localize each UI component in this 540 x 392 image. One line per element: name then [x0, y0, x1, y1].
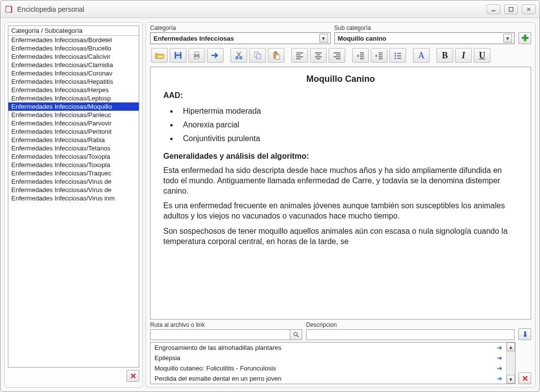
italic-button[interactable]: I — [455, 48, 472, 63]
related-item-label: Epilepsia — [154, 354, 180, 362]
tree-item[interactable]: Enfermedades Infecciosas/Herpes — [8, 86, 139, 94]
related-item[interactable]: Perdida del esmalte dental en un perro j… — [151, 373, 506, 384]
svg-rect-2 — [509, 7, 513, 11]
tree-item[interactable]: Enfermedades Infecciosas/Leptosp — [8, 94, 139, 102]
titlebar: Enciclopedia personal — [0, 0, 540, 18]
align-center-button[interactable] — [310, 48, 327, 63]
article-editor[interactable]: Moquillo Canino AAD: Hipertermia moderad… — [150, 67, 531, 319]
tree-item[interactable]: Enfermedades Infecciosas/Panleuc — [8, 111, 139, 119]
chevron-down-icon: ▼ — [319, 34, 328, 43]
description-input[interactable] — [306, 329, 514, 340]
related-item[interactable]: Moquillo cutaneo: Foliculitits - Foruncu… — [151, 363, 506, 373]
tree-item[interactable]: Enfermedades Infecciosas/Parvovir — [8, 119, 139, 127]
app-icon — [4, 5, 13, 14]
editor-toolbar: A B I U — [150, 46, 531, 65]
svg-point-9 — [236, 57, 238, 59]
tree-item[interactable]: Enfermedades Infecciosas/Rabia — [8, 136, 139, 144]
svg-rect-7 — [195, 52, 199, 54]
bullet-item: Conjuntivitis purulenta — [178, 134, 518, 143]
related-item[interactable]: Engrosamiento de las almohadillas planta… — [151, 343, 506, 353]
related-item-label: Engrosamiento de las almohadillas planta… — [154, 344, 282, 351]
arrow-right-icon[interactable]: ➔ — [497, 354, 502, 362]
add-category-button[interactable]: ✚ — [518, 32, 531, 44]
bullet-item: Anorexia parcial — [178, 121, 518, 129]
align-left-button[interactable] — [291, 48, 308, 63]
browse-button[interactable] — [290, 329, 302, 340]
related-item-label: Perdida del esmalte dental en un perro j… — [154, 375, 282, 382]
subcategory-select[interactable]: Moquillo canino ▼ — [334, 32, 515, 44]
open-button[interactable] — [151, 48, 168, 63]
description-label: Descripcion — [306, 321, 514, 328]
svg-rect-8 — [195, 57, 199, 59]
paragraph: Son sospechosos de tener moquillo aquell… — [163, 226, 518, 247]
tree-item[interactable]: Enfermedades Infecciosas/Tetanos — [8, 144, 139, 152]
outdent-button[interactable] — [352, 48, 369, 63]
maximize-button[interactable] — [504, 4, 518, 14]
indent-button[interactable] — [371, 48, 387, 63]
tree-item[interactable]: Enfermedades Infecciosas/Toxopla — [8, 161, 139, 169]
tree-item[interactable]: Enfermedades Infecciosas/Virus de — [8, 177, 139, 186]
app-window: Enciclopedia personal Categoría / Subcat… — [0, 0, 540, 392]
delete-link-button[interactable]: ✕ — [518, 372, 531, 384]
tree-item[interactable]: Enfermedades Infecciosas/Calicivir — [8, 52, 139, 61]
subcategory-value: Moquillo canino — [338, 35, 386, 42]
arrow-right-icon[interactable]: ➔ — [497, 365, 502, 372]
category-label: Categoría — [150, 24, 331, 31]
align-right-button[interactable] — [329, 48, 345, 63]
tree-item[interactable]: Enfermedades Infecciosas/Traquec — [8, 169, 139, 177]
window-title: Enciclopedia personal — [17, 5, 487, 13]
tree-item[interactable]: Enfermedades Infecciosas/Coronav — [8, 69, 139, 77]
tree-item[interactable]: Enfermedades Infecciosas/Brucello — [8, 44, 139, 52]
section-title: Generalidades y análisis del algoritmo: — [163, 152, 518, 161]
paragraph: Es una enfermedad frecuente en animales … — [163, 201, 518, 221]
tree-item[interactable]: Enfermedades Infecciosas/Peritonit — [8, 127, 139, 136]
svg-point-18 — [394, 57, 396, 59]
scrollbar[interactable]: ▲ ▼ — [506, 343, 515, 384]
path-input[interactable] — [150, 329, 290, 340]
article-title: Moquillo Canino — [163, 74, 518, 84]
bullets-button[interactable] — [389, 48, 406, 63]
print-button[interactable] — [188, 48, 205, 63]
arrow-right-icon[interactable]: ➔ — [497, 375, 502, 382]
save-button[interactable] — [170, 48, 186, 63]
bold-button[interactable]: B — [437, 48, 453, 63]
svg-point-17 — [394, 55, 396, 56]
cut-button[interactable] — [231, 48, 247, 63]
paste-button[interactable] — [268, 48, 284, 63]
path-label: Ruta al archivo o link — [150, 321, 302, 328]
client-area: Categoría / Subcategoría Enfermedades In… — [0, 18, 540, 392]
add-link-button[interactable]: ⬇ — [518, 328, 531, 340]
close-icon: ✕ — [130, 371, 136, 381]
tree-item[interactable]: Enfermedades Infecciosas/Toxopla — [8, 152, 139, 161]
delete-category-button[interactable]: ✕ — [127, 370, 139, 382]
tree-item[interactable]: Enfermedades Infecciosas/Moquillo — [8, 102, 139, 111]
underline-button[interactable]: U — [474, 48, 490, 63]
related-item[interactable]: Epilepsia➔ — [151, 353, 506, 363]
tree-item[interactable]: Enfermedades Infecciosas/Clamidia — [8, 61, 139, 69]
sidebar-panel: Categoría / Subcategoría Enfermedades In… — [4, 22, 143, 388]
arrow-down-icon: ⬇ — [522, 330, 528, 339]
tree-item[interactable]: Enfermedades Infecciosas/Hepatitis — [8, 77, 139, 86]
font-button[interactable]: A — [413, 48, 430, 63]
paragraph: Esta enfermedad ha sido descripta desde … — [163, 166, 518, 196]
related-list[interactable]: Engrosamiento de las almohadillas planta… — [150, 342, 515, 384]
scroll-up-button[interactable]: ▲ — [507, 343, 515, 351]
tree-item[interactable]: Enfermedades Infecciosas/Virus inm — [8, 194, 139, 202]
related-item-label: Moquillo cutaneo: Foliculitits - Foruncu… — [154, 365, 276, 372]
scroll-down-button[interactable]: ▼ — [507, 375, 515, 384]
svg-rect-4 — [176, 52, 180, 54]
close-button[interactable] — [522, 4, 536, 14]
arrow-right-icon[interactable]: ➔ — [497, 344, 502, 351]
main-panel: Categoría Enfermedades Infecciosas ▼ Sub… — [146, 22, 536, 388]
minimize-button[interactable] — [487, 4, 500, 14]
tree-item[interactable]: Enfermedades Infecciosas/Bordetel — [8, 36, 139, 44]
category-select[interactable]: Enfermedades Infecciosas ▼ — [150, 32, 331, 44]
svg-rect-1 — [491, 10, 495, 11]
tree-item[interactable]: Enfermedades Infecciosas/Virus de — [8, 186, 139, 194]
category-tree[interactable]: Categoría / Subcategoría Enfermedades In… — [8, 25, 139, 368]
export-button[interactable] — [207, 48, 224, 63]
copy-button[interactable] — [249, 48, 266, 63]
category-value: Enfermedades Infecciosas — [154, 35, 234, 42]
chevron-down-icon: ▼ — [503, 34, 512, 43]
aad-label: AAD: — [163, 91, 518, 100]
